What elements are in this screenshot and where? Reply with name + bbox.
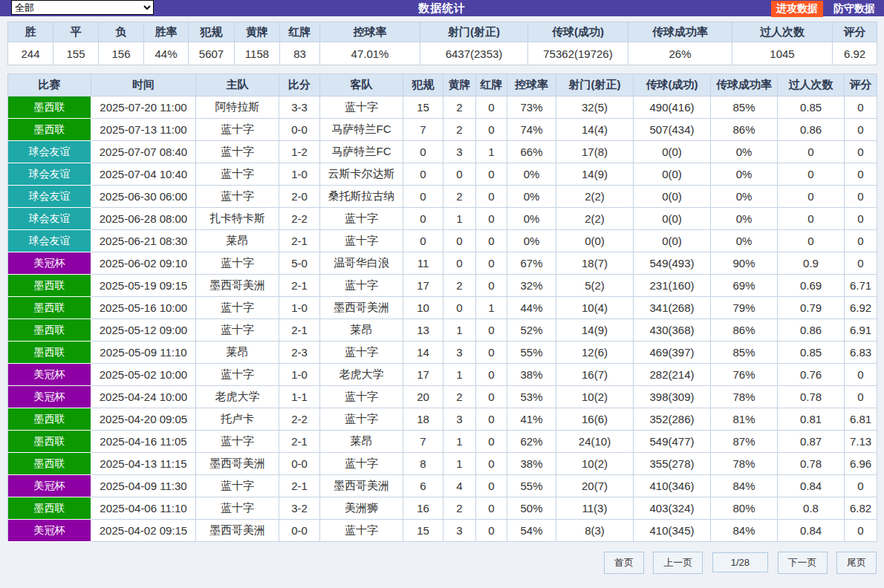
match-yellow-cards: 3 — [443, 342, 476, 364]
page-indicator[interactable]: 1/28 — [712, 552, 768, 572]
match-possession: 0% — [507, 230, 556, 252]
defense-data-button[interactable]: 防守数据 — [831, 1, 878, 17]
match-shots: 17(8) — [556, 141, 634, 163]
match-yellow-cards: 1 — [443, 364, 476, 386]
match-passes: 352(286) — [634, 408, 711, 431]
match-possession: 32% — [507, 275, 556, 297]
match-league-badge: 墨西联 — [8, 275, 91, 297]
match-home-team: 莱昂 — [196, 230, 279, 252]
prev-page-button[interactable]: 上一页 — [653, 552, 703, 574]
summary-value-cell: 1158 — [235, 42, 280, 65]
match-home-team: 蓝十字 — [196, 431, 279, 453]
match-rating: 0 — [845, 163, 877, 186]
match-fouls: 17 — [403, 364, 443, 386]
match-rating: 0 — [845, 119, 877, 141]
match-red-cards: 0 — [476, 520, 507, 542]
summary-header-cell: 传球成功率 — [628, 22, 732, 42]
match-pass-rate: 81% — [711, 408, 778, 431]
match-dribbles: 0.84 — [778, 475, 845, 497]
match-red-cards: 0 — [476, 252, 507, 275]
match-shots: 2(2) — [556, 186, 634, 208]
match-possession: 50% — [507, 497, 556, 520]
match-pass-rate: 90% — [711, 252, 778, 275]
first-page-button[interactable]: 首页 — [604, 552, 644, 574]
next-page-button[interactable]: 下一页 — [778, 552, 828, 574]
match-fouls: 0 — [403, 186, 443, 208]
last-page-button[interactable]: 尾页 — [836, 552, 877, 574]
match-red-cards: 0 — [476, 497, 507, 520]
match-score: 2-0 — [279, 186, 320, 208]
match-away-team: 蓝十字 — [320, 408, 403, 431]
match-row: 墨西联2025-05-09 11:10莱昂2-3蓝十字143055%12(6)4… — [8, 342, 877, 364]
match-rating: 6.92 — [845, 297, 877, 319]
match-league-badge: 墨西联 — [8, 497, 91, 520]
match-dribbles: 0 — [778, 163, 845, 186]
match-yellow-cards: 0 — [443, 252, 476, 275]
match-away-team: 蓝十字 — [320, 453, 403, 475]
match-pass-rate: 0% — [711, 208, 778, 230]
match-score: 3-3 — [279, 97, 320, 119]
match-away-team: 蓝十字 — [320, 275, 403, 297]
match-away-team: 墨西哥美洲 — [320, 475, 403, 497]
match-shots: 11(3) — [556, 497, 634, 520]
match-dribbles: 0.8 — [778, 497, 845, 520]
summary-value-cell: 47.01% — [320, 42, 420, 65]
match-row: 墨西联2025-05-19 09:15墨西哥美洲2-1蓝十字172032%5(2… — [8, 275, 877, 297]
summary-stats-table: 胜平负胜率犯规黄牌红牌控球率射门(射正)传球(成功)传球成功率过人次数评分 24… — [7, 22, 877, 65]
summary-value-cell: 44% — [144, 42, 189, 65]
match-shots: 24(10) — [556, 431, 634, 453]
match-shots: 0(0) — [556, 230, 634, 252]
match-row: 美冠杯2025-04-02 09:15墨西哥美洲0-0蓝十字153054%8(3… — [8, 520, 877, 542]
match-pass-rate: 80% — [711, 497, 778, 520]
match-header-cell: 比赛 — [8, 74, 91, 97]
summary-header-cell: 过人次数 — [732, 22, 833, 42]
match-red-cards: 0 — [476, 119, 507, 141]
match-passes: 549(477) — [634, 431, 711, 453]
match-passes: 0(0) — [634, 208, 711, 230]
match-passes: 282(214) — [634, 364, 711, 386]
match-rating: 7.13 — [845, 431, 877, 453]
match-home-team: 蓝十字 — [196, 297, 279, 319]
match-row: 球会友谊2025-07-07 08:40蓝十字1-2马萨特兰FC03166%17… — [8, 141, 877, 163]
match-yellow-cards: 3 — [443, 408, 476, 431]
page-title: 数据统计 — [0, 1, 884, 16]
match-pass-rate: 78% — [711, 453, 778, 475]
match-league-badge: 美冠杯 — [8, 475, 91, 497]
match-row: 墨西联2025-04-13 11:15墨西哥美洲0-0蓝十字81038%10(2… — [8, 453, 877, 475]
match-rating: 0 — [845, 364, 877, 386]
match-fouls: 17 — [403, 275, 443, 297]
match-passes: 0(0) — [634, 163, 711, 186]
match-league-badge: 墨西联 — [8, 319, 91, 342]
match-row: 美冠杯2025-04-09 11:30蓝十字2-1墨西哥美洲64055%20(7… — [8, 475, 877, 497]
match-shots: 16(6) — [556, 408, 634, 431]
match-pass-rate: 79% — [711, 297, 778, 319]
match-yellow-cards: 3 — [443, 520, 476, 542]
match-passes: 341(268) — [634, 297, 711, 319]
match-red-cards: 0 — [476, 230, 507, 252]
match-dribbles: 0.85 — [778, 97, 845, 119]
attack-data-button[interactable]: 进攻数据 — [771, 1, 823, 17]
summary-header-cell: 红牌 — [280, 22, 320, 42]
match-row: 球会友谊2025-07-04 10:40蓝十字1-0云斯卡尔达斯0000%14(… — [8, 163, 877, 186]
match-shots: 14(9) — [556, 163, 634, 186]
match-shots: 2(2) — [556, 208, 634, 230]
match-header-cell: 黄牌 — [443, 74, 476, 97]
match-row: 墨西联2025-04-06 11:10蓝十字3-2美洲狮162050%11(3)… — [8, 497, 877, 520]
match-home-team: 蓝十字 — [196, 475, 279, 497]
match-fouls: 15 — [403, 97, 443, 119]
match-row: 球会友谊2025-06-28 08:00扎卡特卡斯2-2蓝十字0100%2(2)… — [8, 208, 877, 230]
match-passes: 355(278) — [634, 453, 711, 475]
match-passes: 398(309) — [634, 386, 711, 408]
match-red-cards: 0 — [476, 163, 507, 186]
match-rating: 0 — [845, 386, 877, 408]
match-header-cell: 客队 — [320, 74, 403, 97]
match-shots: 5(2) — [556, 275, 634, 297]
summary-value-cell: 75362(19726) — [528, 42, 628, 65]
match-dribbles: 0.81 — [778, 408, 845, 431]
match-list-table: 比赛时间主队比分客队犯规黄牌红牌控球率射门(射正)传球(成功)传球成功率过人次数… — [7, 74, 877, 542]
match-shots: 14(9) — [556, 319, 634, 342]
match-time: 2025-07-20 11:00 — [91, 97, 196, 119]
match-row: 墨西联2025-04-16 11:05蓝十字2-1莱昂71062%24(10)5… — [8, 431, 877, 453]
match-home-team: 墨西哥美洲 — [196, 520, 279, 542]
summary-header-cell: 控球率 — [320, 22, 420, 42]
